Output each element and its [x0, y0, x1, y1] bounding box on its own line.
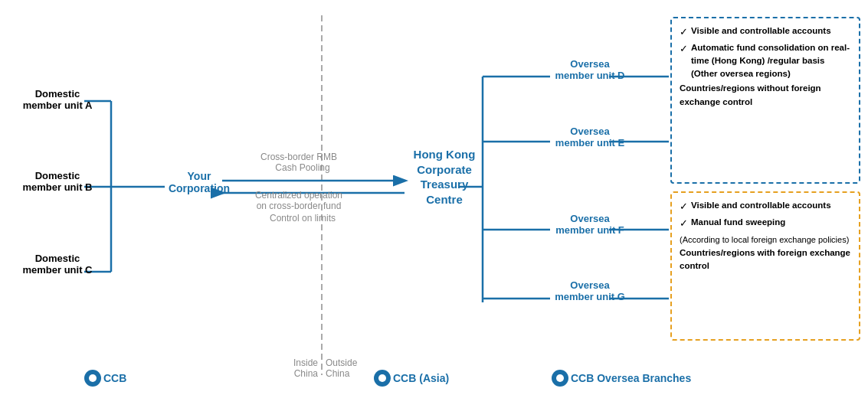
ccb-oversea-label: CCB Oversea Branches	[571, 372, 691, 384]
ccb-circle-icon	[84, 370, 101, 387]
check-item-visible-2: ✓ Visible and controllable accounts	[680, 199, 851, 214]
check-item-visible-1: ✓ Visible and controllable accounts	[680, 24, 851, 40]
no-forex-label: Countries/regions without foreign exchan…	[680, 82, 851, 109]
oversea-unit-g: Overseamember unit G	[552, 279, 628, 302]
oversea-unit-d: Overseamember unit D	[552, 58, 628, 81]
ccb-asia-logo: CCB (Asia)	[374, 370, 449, 387]
ccb-oversea-logo: CCB Oversea Branches	[552, 370, 691, 387]
domestic-unit-a: Domestic member unit A	[15, 88, 100, 111]
hk-treasury-centre: Hong Kong Corporate Treasury Centre	[406, 147, 483, 207]
check-item-manual-fund: ✓ Manual fund sweeping	[680, 216, 851, 231]
info-box-no-forex-control: ✓ Visible and controllable accounts ✓ Au…	[670, 17, 860, 184]
ccb-logo-left: CCB	[84, 370, 126, 387]
info-box-forex-control: ✓ Visible and controllable accounts ✓ Ma…	[670, 191, 860, 341]
outside-china-label: OutsideChina	[326, 357, 379, 379]
check-item-auto-fund: ✓ Automatic fund consolidation on real-t…	[680, 41, 851, 81]
ccb-asia-circle-icon	[374, 370, 391, 387]
inside-china-label: InsideChina	[268, 357, 318, 379]
diagram: Domestic member unit A Domesticmember un…	[0, 0, 868, 408]
checkmark-4: ✓	[680, 216, 688, 231]
forex-note: (According to local foreign exchange pol…	[680, 233, 851, 246]
checkmark-3: ✓	[680, 199, 688, 214]
forex-label: Countries/regions with foreign exchange …	[680, 246, 851, 273]
control-limits-label: Control on limits	[241, 213, 364, 224]
crossborder-fund-label: on cross-border fund	[230, 201, 368, 211]
checkmark-2: ✓	[680, 41, 688, 57]
oversea-unit-e: Overseamember unit E	[552, 126, 628, 149]
ccb-asia-label: CCB (Asia)	[393, 372, 449, 384]
cashpooling-label: Cash Pooling	[249, 162, 356, 173]
centralized-op-label: Centralized operation	[230, 190, 368, 201]
oversea-unit-f: Overseamember unit F	[552, 213, 628, 236]
ccb-oversea-circle-icon	[552, 370, 568, 387]
domestic-unit-c: Domesticmember unit C	[15, 253, 100, 276]
checkmark-1: ✓	[680, 24, 688, 40]
ccb-label: CCB	[103, 372, 126, 384]
domestic-unit-b: Domesticmember unit B	[15, 170, 100, 193]
crossborder-rmb-label: Cross-border RMB	[237, 152, 360, 162]
your-corporation: Your Corporation	[165, 170, 234, 194]
